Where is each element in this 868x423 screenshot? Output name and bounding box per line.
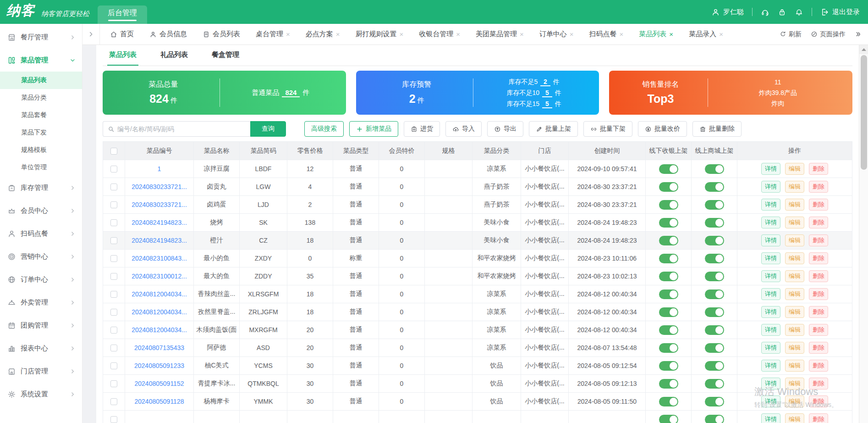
row-checkbox[interactable] [110, 184, 117, 190]
detail-button[interactable]: 详情 [761, 234, 780, 246]
mall-listed-toggle[interactable] [705, 236, 724, 245]
row-checkbox[interactable] [110, 416, 117, 423]
edit-button[interactable]: 编辑 [785, 324, 804, 336]
delete-button[interactable]: 删除 [809, 413, 828, 423]
dish-id-link[interactable]: 20240805091152 [135, 380, 184, 387]
edit-button[interactable]: 编辑 [785, 306, 804, 318]
detail-button[interactable]: 详情 [761, 181, 780, 193]
toolbar-button[interactable]: 批量上架 [529, 121, 578, 137]
toolbar-button[interactable]: 导入 [445, 121, 482, 137]
close-tab-icon[interactable]: × [400, 31, 404, 38]
delete-button[interactable]: 删除 [809, 234, 828, 246]
detail-button[interactable]: 详情 [761, 199, 780, 211]
detail-button[interactable]: 详情 [761, 395, 780, 407]
detail-button[interactable]: 详情 [761, 252, 780, 264]
scroll-up-button[interactable] [859, 45, 868, 54]
sidebar-item[interactable]: 系统设置 [0, 383, 82, 406]
delete-button[interactable]: 删除 [809, 252, 828, 264]
row-checkbox[interactable] [110, 362, 117, 369]
delete-button[interactable]: 删除 [809, 360, 828, 372]
dish-id-link[interactable]: 20240805091233 [134, 362, 184, 369]
toolbar-button[interactable]: 新增菜品 [349, 121, 398, 137]
sidebar-item[interactable]: 外卖管理 [0, 291, 82, 314]
lock-icon[interactable] [778, 8, 786, 17]
pos-listed-toggle[interactable] [659, 272, 678, 281]
page-tab[interactable]: 会员列表 [203, 30, 240, 39]
close-tab-icon[interactable]: × [570, 31, 574, 38]
search-input[interactable] [117, 125, 246, 133]
notifications-bell-icon[interactable] [795, 8, 803, 17]
page-tab[interactable]: 必点方案 × [306, 30, 340, 39]
row-checkbox[interactable] [110, 398, 117, 405]
user-menu[interactable]: 罗仁聪 [711, 8, 744, 17]
logout-button[interactable]: 退出登录 [820, 8, 860, 17]
subtab[interactable]: 礼品列表 [159, 50, 190, 66]
toolbar-button[interactable]: 进货 [404, 121, 440, 137]
delete-button[interactable]: 删除 [809, 199, 828, 211]
dish-id-link[interactable]: 20240824194823... [132, 237, 187, 244]
toolbar-button[interactable]: 批量删除 [692, 121, 742, 137]
dish-id-link[interactable]: 20240807135433 [134, 344, 184, 351]
close-tab-icon[interactable]: × [336, 31, 340, 38]
dish-id-link[interactable]: 20240805091128 [135, 398, 184, 405]
pos-listed-toggle[interactable] [659, 254, 678, 263]
sidebar-item[interactable]: 门店管理 [0, 360, 82, 383]
row-checkbox[interactable] [110, 255, 117, 262]
edit-button[interactable]: 编辑 [785, 395, 804, 407]
page-tab[interactable]: 订单中心 × [539, 30, 574, 39]
pos-listed-toggle[interactable] [659, 343, 678, 353]
topnav-backoffice-tab[interactable]: 后台管理 [98, 6, 147, 24]
pos-listed-toggle[interactable] [659, 325, 678, 335]
sidebar-item[interactable]: 会员中心 [0, 199, 82, 222]
sidebar-item[interactable]: 团购管理 [0, 314, 82, 337]
edit-button[interactable]: 编辑 [785, 163, 804, 175]
mall-listed-toggle[interactable] [705, 218, 724, 228]
toolbar-button[interactable]: 高级搜索 [304, 121, 344, 137]
row-checkbox[interactable] [110, 273, 117, 280]
row-checkbox[interactable] [110, 201, 117, 208]
sidebar-collapse-button[interactable] [82, 24, 100, 45]
subtab[interactable]: 菜品列表 [107, 50, 138, 66]
delete-button[interactable]: 删除 [809, 270, 828, 282]
detail-button[interactable]: 详情 [761, 342, 780, 354]
delete-button[interactable]: 删除 [809, 288, 828, 300]
query-button[interactable]: 查询 [250, 121, 286, 137]
detail-button[interactable]: 详情 [761, 306, 780, 318]
delete-button[interactable]: 删除 [809, 163, 828, 175]
edit-button[interactable]: 编辑 [785, 181, 804, 193]
sidebar-item[interactable]: 菜品列表 [0, 72, 82, 89]
page-tab[interactable]: 首页 [110, 30, 134, 39]
edit-button[interactable]: 编辑 [785, 252, 804, 264]
sidebar-item[interactable]: 订单中心 [0, 268, 82, 291]
scrollbar-thumb[interactable] [861, 55, 867, 170]
detail-button[interactable]: 详情 [761, 270, 780, 282]
sidebar-item[interactable]: 餐厅管理 [0, 26, 82, 49]
mall-listed-toggle[interactable] [705, 254, 724, 263]
page-tab[interactable]: 扫码点餐 × [589, 30, 624, 39]
select-all-checkbox[interactable] [110, 148, 117, 155]
close-tab-icon[interactable]: × [620, 31, 624, 38]
delete-button[interactable]: 删除 [809, 324, 828, 336]
pos-listed-toggle[interactable] [659, 218, 678, 228]
page-tab[interactable]: 厨打规则设置 × [356, 30, 404, 39]
page-tab[interactable]: 菜品列表 × [639, 30, 673, 39]
sidebar-item[interactable]: 单位管理 [0, 159, 82, 176]
support-headset-icon[interactable] [761, 8, 769, 17]
pos-listed-toggle[interactable] [659, 361, 678, 371]
page-tab[interactable]: 菜品录入 × [689, 30, 723, 39]
sidebar-item[interactable]: 菜品管理 [0, 49, 82, 72]
pos-listed-toggle[interactable] [659, 182, 678, 192]
pos-listed-toggle[interactable] [659, 200, 678, 210]
page-tab[interactable]: 桌台管理 × [256, 30, 290, 39]
delete-button[interactable]: 删除 [809, 217, 828, 228]
page-tab[interactable]: 美团菜品管理 × [476, 30, 524, 39]
detail-button[interactable]: 详情 [761, 413, 780, 423]
delete-button[interactable]: 删除 [809, 306, 828, 318]
delete-button[interactable]: 删除 [809, 395, 828, 407]
detail-button[interactable]: 详情 [761, 217, 780, 228]
sidebar-item[interactable]: 报表中心 [0, 337, 82, 360]
edit-button[interactable]: 编辑 [785, 378, 804, 390]
mall-listed-toggle[interactable] [705, 415, 724, 423]
edit-button[interactable]: 编辑 [785, 288, 804, 300]
toolbar-button[interactable]: 批量下架 [583, 121, 632, 137]
